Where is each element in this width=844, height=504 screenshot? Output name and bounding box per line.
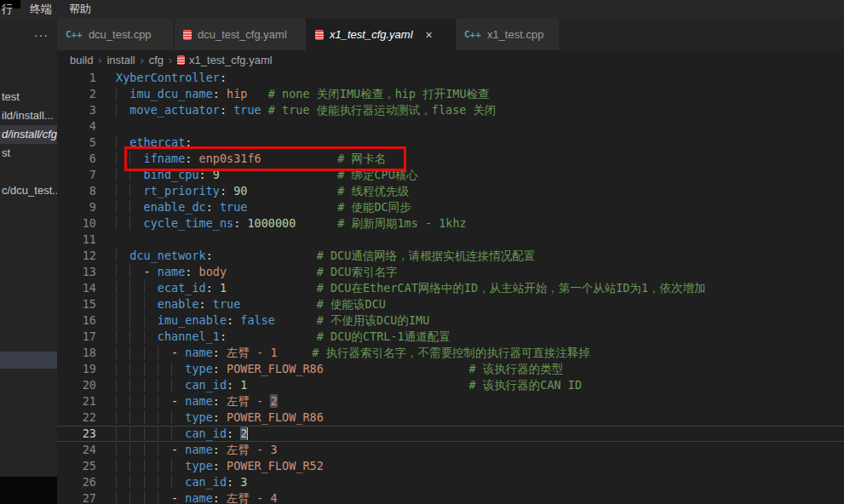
code-token: : bbox=[227, 475, 240, 489]
line-number: 5 bbox=[57, 135, 96, 151]
tab-label: dcu_test_cfg.yaml bbox=[198, 28, 287, 41]
code-line[interactable]: 23 can_id: 2 bbox=[57, 426, 844, 442]
code-line[interactable]: 14 ecat_id: 1 # DCU在EtherCAT网络中的ID，从主站开始… bbox=[57, 280, 844, 296]
code-area[interactable]: 1XyberController:2 imu_dcu_name: hip # n… bbox=[57, 70, 844, 504]
line-number: 21 bbox=[57, 393, 96, 410]
code-token: 90 bbox=[233, 184, 247, 198]
code-line[interactable]: 24 - name: 左臂 - 3 bbox=[57, 442, 844, 458]
code-line[interactable]: 6 ifname: enp0s31f6 # 网卡名 bbox=[57, 151, 844, 167]
tab-dcu_test_cfg.yaml[interactable]: dcu_test_cfg.yaml bbox=[175, 19, 307, 50]
code-line[interactable]: 9 enable_dc: true # 使能DC同步 bbox=[57, 199, 844, 215]
code-token: 左臂 - bbox=[227, 394, 270, 408]
code-line[interactable]: 1XyberController: bbox=[57, 70, 844, 86]
code-line[interactable]: 11 bbox=[57, 232, 844, 248]
code-token: rt_priority bbox=[144, 184, 220, 198]
code-line[interactable]: 3 move_actuator: true # true 使能执行器运动测试，f… bbox=[57, 102, 844, 118]
code-line[interactable]: 2 imu_dcu_name: hip # none 关闭IMU检查，hip 打… bbox=[57, 86, 844, 102]
line-content: - name: 左臂 - 3 bbox=[96, 442, 278, 458]
sidebar-bottom-panel bbox=[0, 477, 57, 504]
code-token: : bbox=[185, 265, 198, 278]
code-line[interactable]: 26 can_id: 3 bbox=[57, 474, 844, 490]
code-line[interactable]: 15 enable: true # 使能该DCU bbox=[57, 296, 844, 312]
code-token: : bbox=[206, 200, 220, 214]
sidebar-item[interactable]: test bbox=[0, 88, 57, 106]
sidebar-item[interactable]: c/dcu_test... bbox=[0, 181, 57, 200]
code-token: : bbox=[233, 216, 247, 230]
code-token bbox=[116, 313, 158, 327]
code-line[interactable]: 13 - name: body # DCU索引名字 bbox=[57, 264, 844, 280]
code-token bbox=[227, 329, 317, 343]
menu-items: 行终端帮助 bbox=[0, 0, 100, 19]
sidebar-selected-band[interactable] bbox=[0, 352, 57, 369]
menu-item-行[interactable]: 行 bbox=[0, 0, 21, 19]
close-icon[interactable]: × bbox=[426, 29, 433, 41]
code-line[interactable]: 27 - name: 左臂 - 4 bbox=[57, 490, 844, 504]
code-line[interactable]: 10 cycle_time_ns: 1000000 # 刷新周期1ms - 1k… bbox=[57, 215, 844, 232]
code-token bbox=[296, 216, 337, 230]
code-token: - bbox=[144, 265, 158, 278]
tab-x1_test_cfg.yaml[interactable]: x1_test_cfg.yaml× bbox=[307, 19, 456, 50]
code-token: enable bbox=[158, 297, 199, 311]
breadcrumb-item-build[interactable]: build bbox=[70, 54, 93, 66]
line-content: ecat_id: 1 # DCU在EtherCAT网络中的ID，从主站开始，第一… bbox=[96, 280, 706, 296]
menu-item-终端[interactable]: 终端 bbox=[21, 0, 60, 19]
line-number: 15 bbox=[57, 296, 96, 312]
code-token: 左臂 - 4 bbox=[227, 491, 278, 504]
code-line[interactable]: 18 - name: 左臂 - 1 # 执行器索引名字，不需要控制的执行器可直接… bbox=[57, 345, 844, 361]
code-token: : bbox=[185, 152, 198, 165]
line-number: 1 bbox=[57, 70, 96, 86]
code-line[interactable]: 7 bind_cpu: 9 # 绑定CPU核心 bbox=[57, 167, 844, 183]
line-number: 9 bbox=[57, 199, 96, 215]
code-line[interactable]: 25 type: POWER_FLOW_R52 bbox=[57, 458, 844, 474]
code-token bbox=[116, 491, 171, 504]
code-token bbox=[116, 135, 129, 149]
code-token: : bbox=[213, 346, 227, 359]
code-token: : bbox=[220, 329, 227, 343]
breadcrumb-file[interactable]: x1_test_cfg.yaml bbox=[177, 54, 273, 66]
code-token: 2 bbox=[270, 394, 277, 408]
code-line[interactable]: 17 channel_1: # DCU的CTRL-1通道配置 bbox=[57, 329, 844, 345]
code-line[interactable]: 20 can_id: 1 # 该执行器的CAN ID bbox=[57, 377, 844, 393]
code-token: POWER_FLOW_R86 bbox=[227, 410, 324, 424]
line-number: 16 bbox=[57, 312, 96, 329]
code-line[interactable]: 22 type: POWER_FLOW_R86 bbox=[57, 410, 844, 426]
more-actions-icon[interactable]: ··· bbox=[34, 28, 57, 42]
sidebar-item[interactable]: ild/install... bbox=[0, 106, 57, 125]
line-content: type: POWER_FLOW_R86 # 该执行器的类型 bbox=[96, 361, 563, 377]
code-token: enp0s31f6 bbox=[199, 152, 261, 165]
code-token: move_actuator bbox=[129, 103, 220, 117]
code-token: - bbox=[171, 394, 185, 408]
code-token: : bbox=[199, 168, 213, 181]
code-line[interactable]: 4 bbox=[57, 118, 844, 135]
sidebar-item[interactable] bbox=[0, 163, 57, 181]
code-token: 1000000 bbox=[247, 216, 296, 230]
code-line[interactable]: 5 ethercat: bbox=[57, 135, 844, 151]
code-token: cycle_time_ns bbox=[144, 216, 234, 230]
code-token bbox=[116, 378, 185, 392]
tab-label: x1_test.cpp bbox=[487, 28, 544, 41]
breadcrumb-item-cfg[interactable]: cfg bbox=[149, 54, 164, 66]
yaml-file-icon bbox=[183, 30, 192, 40]
code-token: name bbox=[185, 491, 213, 504]
code-token: - bbox=[171, 346, 185, 359]
sidebar-item[interactable]: st bbox=[0, 144, 57, 163]
breadcrumb-item-install[interactable]: install bbox=[106, 54, 135, 66]
code-line[interactable]: 19 type: POWER_FLOW_R86 # 该执行器的类型 bbox=[57, 361, 844, 377]
code-token: dcu_network bbox=[129, 249, 205, 262]
code-line[interactable]: 21 - name: 左臂 - 2 bbox=[57, 393, 844, 410]
line-number: 25 bbox=[57, 458, 96, 474]
line-content: - name: 左臂 - 4 bbox=[96, 490, 278, 504]
code-line[interactable]: 8 rt_priority: 90 # 线程优先级 bbox=[57, 183, 844, 199]
chevron-right-icon: › bbox=[98, 54, 101, 66]
line-content: rt_priority: 90 # 线程优先级 bbox=[96, 183, 409, 199]
code-token: channel_1 bbox=[158, 329, 220, 343]
comment-text: # 网卡名 bbox=[337, 152, 386, 165]
tab-dcu_test.cpp[interactable]: C++dcu_test.cpp bbox=[57, 19, 175, 50]
code-line[interactable]: 16 imu_enable: false # 不使用该DCU的IMU bbox=[57, 312, 844, 329]
menu-item-帮助[interactable]: 帮助 bbox=[60, 0, 100, 19]
line-number: 3 bbox=[57, 102, 96, 118]
tab-x1_test.cpp[interactable]: C++x1_test.cpp bbox=[456, 19, 560, 50]
sidebar-item[interactable]: d/install/cfg bbox=[0, 125, 57, 144]
code-line[interactable]: 12 dcu_network: # DCU通信网络，请根据实机连接情况配置 bbox=[57, 248, 844, 264]
code-token: body bbox=[199, 265, 227, 278]
